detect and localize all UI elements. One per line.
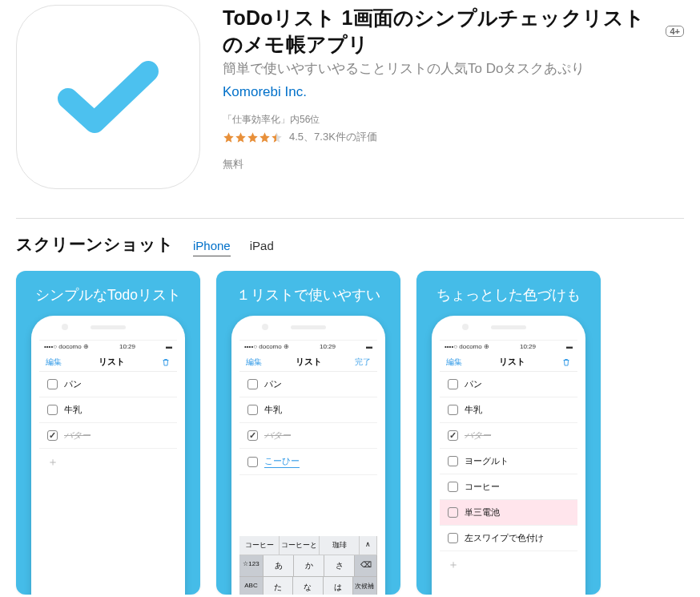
- checkbox-icon[interactable]: [47, 405, 58, 415]
- phone-mockup: ••••○ docomo ⊕10:29▬ 編集 リスト パン 牛乳 バター ヨー…: [432, 316, 585, 595]
- star-rating: [223, 131, 283, 143]
- screenshot[interactable]: ちょっとした色づけも ••••○ docomo ⊕10:29▬ 編集 リスト パ…: [416, 271, 601, 595]
- todo-text: こーひー: [264, 455, 300, 468]
- checkbox-icon[interactable]: [448, 507, 458, 518]
- divider: [16, 218, 684, 219]
- todo-text: コーヒー: [465, 481, 500, 493]
- todo-text: パン: [465, 378, 482, 390]
- checkbox-icon[interactable]: [247, 430, 258, 441]
- price-label: 無料: [223, 157, 684, 171]
- todo-item[interactable]: パン: [239, 372, 377, 397]
- kb-key[interactable]: 次候補: [353, 577, 377, 595]
- add-item-button[interactable]: ＋: [440, 551, 577, 579]
- checkbox-icon[interactable]: [247, 405, 258, 415]
- todo-item[interactable]: 左スワイプで色付け: [440, 526, 577, 551]
- checkbox-icon[interactable]: [448, 430, 458, 441]
- todo-text: ヨーグルト: [465, 455, 509, 467]
- todo-text: 単三電池: [465, 506, 500, 518]
- nav-title: リスト: [296, 356, 322, 368]
- todo-item[interactable]: コーヒー: [440, 474, 577, 500]
- kb-key[interactable]: た: [264, 577, 293, 595]
- kb-suggestion[interactable]: コーヒー: [239, 536, 280, 555]
- checkbox-icon[interactable]: [448, 379, 458, 389]
- kb-key[interactable]: ⌫: [355, 555, 377, 577]
- todo-item[interactable]: バター: [239, 423, 377, 449]
- nav-title: リスト: [99, 356, 125, 368]
- nav-title: リスト: [499, 356, 525, 368]
- checkbox-icon[interactable]: [47, 379, 58, 389]
- kb-key[interactable]: ☆123: [239, 555, 264, 577]
- nav-edit-button[interactable]: 編集: [246, 357, 262, 368]
- checkbox-icon[interactable]: [448, 405, 458, 415]
- tab-iphone[interactable]: iPhone: [193, 239, 231, 256]
- todo-item[interactable]: こーひー: [239, 449, 377, 475]
- nav-edit-button[interactable]: 編集: [46, 357, 62, 368]
- checkbox-icon[interactable]: [448, 482, 458, 492]
- checkbox-icon[interactable]: [448, 456, 458, 466]
- kb-key[interactable]: は: [324, 577, 353, 595]
- screenshot[interactable]: シンプルなTodoリスト ••••○ docomo ⊕10:29▬ 編集 リスト…: [16, 271, 200, 595]
- kb-key[interactable]: か: [294, 555, 324, 577]
- kb-key[interactable]: さ: [324, 555, 355, 577]
- todo-item[interactable]: 単三電池: [440, 500, 577, 526]
- trash-icon[interactable]: [161, 357, 171, 367]
- status-bar: ••••○ docomo ⊕10:29▬: [39, 341, 177, 353]
- nav-done-button[interactable]: 完了: [355, 357, 371, 368]
- todo-item[interactable]: バター: [440, 423, 577, 449]
- todo-text: 牛乳: [465, 404, 482, 416]
- nav-bar: 編集 リスト: [440, 353, 577, 372]
- kb-key[interactable]: ABC: [239, 577, 264, 595]
- kb-key[interactable]: な: [293, 577, 323, 595]
- screenshot-caption: １リストで使いやすい: [216, 271, 400, 305]
- checkbox-icon[interactable]: [47, 430, 58, 441]
- status-bar: ••••○ docomo ⊕10:29▬: [440, 341, 577, 353]
- screenshot-caption: ちょっとした色づけも: [416, 271, 601, 305]
- todo-item[interactable]: 牛乳: [239, 397, 377, 423]
- todo-item[interactable]: パン: [39, 372, 177, 397]
- todo-text: 左スワイプで色付け: [465, 532, 544, 544]
- category-rank: 「仕事効率化」内56位: [223, 113, 684, 127]
- todo-item[interactable]: パン: [440, 372, 577, 397]
- screenshots-heading: スクリーンショット: [16, 233, 174, 256]
- todo-text: パン: [64, 378, 82, 390]
- screenshots-row: シンプルなTodoリスト ••••○ docomo ⊕10:29▬ 編集 リスト…: [16, 271, 684, 595]
- checkbox-icon[interactable]: [247, 457, 258, 467]
- add-item-button[interactable]: ＋: [39, 449, 177, 476]
- tab-ipad[interactable]: iPad: [250, 239, 274, 256]
- todo-item[interactable]: 牛乳: [39, 397, 177, 423]
- rating-row: 4.5、7.3K件の評価: [223, 130, 684, 144]
- device-tabs: iPhone iPad: [193, 239, 274, 256]
- nav-bar: 編集 リスト: [39, 353, 177, 372]
- keyboard: コーヒーコーヒーと珈琲∧☆123あかさ⌫ABCたなは次候補あいうまやら: [239, 536, 377, 595]
- age-badge: 4+: [666, 26, 684, 37]
- screenshot-caption: シンプルなTodoリスト: [16, 271, 200, 305]
- checkbox-icon[interactable]: [247, 379, 258, 389]
- checkbox-icon[interactable]: [448, 533, 458, 543]
- checkmark-icon: [56, 57, 160, 137]
- todo-text: バター: [64, 430, 91, 442]
- todo-text: バター: [465, 430, 491, 442]
- todo-text: パン: [264, 378, 282, 390]
- phone-mockup: ••••○ docomo ⊕10:29▬ 編集 リスト パン 牛乳 バター ＋: [31, 316, 185, 595]
- phone-mockup: ••••○ docomo ⊕10:29▬ 編集 リスト 完了 パン 牛乳 バター…: [231, 316, 385, 595]
- app-icon: [16, 5, 200, 189]
- todo-text: 牛乳: [264, 404, 282, 416]
- todo-text: 牛乳: [64, 404, 82, 416]
- kb-suggestion[interactable]: 珈琲: [320, 536, 360, 555]
- screenshot[interactable]: １リストで使いやすい ••••○ docomo ⊕10:29▬ 編集 リスト 完…: [216, 271, 400, 595]
- developer-link[interactable]: Komorebi Inc.: [223, 84, 684, 100]
- status-bar: ••••○ docomo ⊕10:29▬: [239, 341, 377, 353]
- todo-item[interactable]: バター: [39, 423, 177, 449]
- trash-icon[interactable]: [561, 357, 571, 367]
- nav-bar: 編集 リスト 完了: [239, 353, 377, 372]
- nav-edit-button[interactable]: 編集: [446, 357, 462, 368]
- kb-key[interactable]: あ: [264, 555, 294, 577]
- todo-item[interactable]: 牛乳: [440, 397, 577, 423]
- kb-suggestion[interactable]: ∧: [360, 536, 377, 555]
- app-subtitle: 簡単で使いやすいやることリストの人気To Doタスクあぷり: [223, 59, 684, 78]
- kb-suggestion[interactable]: コーヒーと: [280, 536, 320, 555]
- rating-text: 4.5、7.3K件の評価: [289, 130, 377, 144]
- todo-item[interactable]: ヨーグルト: [440, 449, 577, 474]
- app-title: ToDoリスト 1画面のシンプルチェックリストのメモ帳アプリ: [223, 5, 658, 58]
- todo-text: バター: [264, 430, 291, 442]
